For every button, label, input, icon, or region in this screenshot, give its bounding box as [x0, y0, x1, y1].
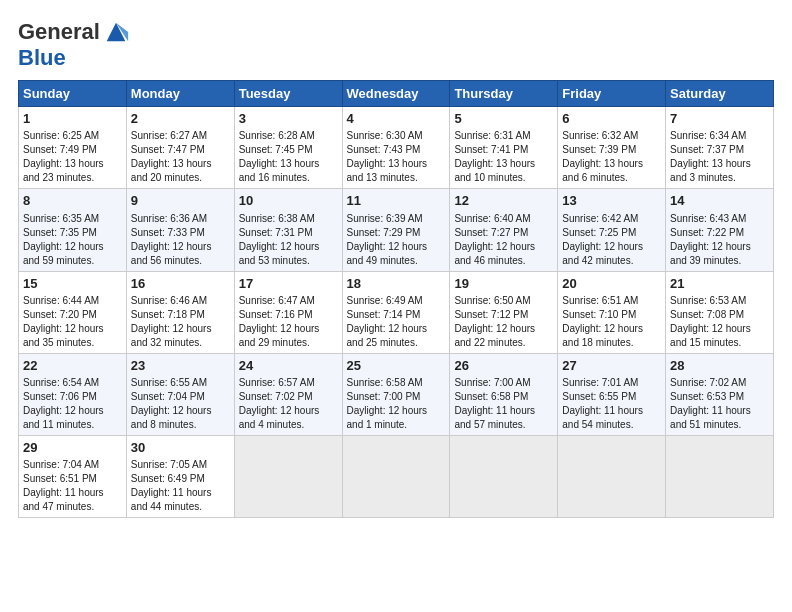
day-info-line: Sunset: 7:06 PM — [23, 390, 122, 404]
day-number: 2 — [131, 110, 230, 128]
day-number: 14 — [670, 192, 769, 210]
day-info-line: Sunset: 6:53 PM — [670, 390, 769, 404]
day-info-line: Sunrise: 6:47 AM — [239, 294, 338, 308]
day-info-line: Daylight: 12 hours — [239, 322, 338, 336]
day-info-line: Daylight: 11 hours — [454, 404, 553, 418]
calendar-cell: 14Sunrise: 6:43 AMSunset: 7:22 PMDayligh… — [666, 189, 774, 271]
calendar-header-row: SundayMondayTuesdayWednesdayThursdayFrid… — [19, 81, 774, 107]
calendar-cell: 7Sunrise: 6:34 AMSunset: 7:37 PMDaylight… — [666, 107, 774, 189]
calendar-week-row: 1Sunrise: 6:25 AMSunset: 7:49 PMDaylight… — [19, 107, 774, 189]
calendar-week-row: 8Sunrise: 6:35 AMSunset: 7:35 PMDaylight… — [19, 189, 774, 271]
day-number: 8 — [23, 192, 122, 210]
calendar-cell: 30Sunrise: 7:05 AMSunset: 6:49 PMDayligh… — [126, 435, 234, 517]
day-info-line: Sunset: 6:58 PM — [454, 390, 553, 404]
day-info-line: Sunset: 7:08 PM — [670, 308, 769, 322]
day-info-line: Sunset: 7:39 PM — [562, 143, 661, 157]
day-info-line: Sunrise: 6:49 AM — [347, 294, 446, 308]
day-info-line: Sunrise: 6:43 AM — [670, 212, 769, 226]
day-info-line: Sunrise: 6:30 AM — [347, 129, 446, 143]
day-info-line: Daylight: 12 hours — [239, 404, 338, 418]
calendar-cell: 5Sunrise: 6:31 AMSunset: 7:41 PMDaylight… — [450, 107, 558, 189]
day-number: 23 — [131, 357, 230, 375]
day-info-line: Sunrise: 7:04 AM — [23, 458, 122, 472]
day-info-line: Sunrise: 6:25 AM — [23, 129, 122, 143]
day-info-line: Sunrise: 6:46 AM — [131, 294, 230, 308]
day-info-line: Sunset: 7:49 PM — [23, 143, 122, 157]
header-area: General Blue — [18, 18, 774, 70]
calendar-cell: 22Sunrise: 6:54 AMSunset: 7:06 PMDayligh… — [19, 353, 127, 435]
day-number: 3 — [239, 110, 338, 128]
day-number: 16 — [131, 275, 230, 293]
calendar-cell — [450, 435, 558, 517]
day-info-line: Daylight: 12 hours — [131, 322, 230, 336]
day-info-line: Sunset: 7:45 PM — [239, 143, 338, 157]
day-info-line: and 35 minutes. — [23, 336, 122, 350]
day-info-line: Daylight: 12 hours — [23, 240, 122, 254]
day-number: 22 — [23, 357, 122, 375]
logo-blue-text: Blue — [18, 46, 130, 70]
day-info-line: Daylight: 12 hours — [562, 240, 661, 254]
day-info-line: Daylight: 12 hours — [670, 322, 769, 336]
calendar-cell: 27Sunrise: 7:01 AMSunset: 6:55 PMDayligh… — [558, 353, 666, 435]
day-info-line: and 4 minutes. — [239, 418, 338, 432]
day-info-line: Daylight: 13 hours — [454, 157, 553, 171]
day-number: 25 — [347, 357, 446, 375]
day-info-line: and 29 minutes. — [239, 336, 338, 350]
day-info-line: and 23 minutes. — [23, 171, 122, 185]
day-info-line: and 42 minutes. — [562, 254, 661, 268]
calendar-cell: 1Sunrise: 6:25 AMSunset: 7:49 PMDaylight… — [19, 107, 127, 189]
day-info-line: Daylight: 13 hours — [239, 157, 338, 171]
day-info-line: Sunset: 7:35 PM — [23, 226, 122, 240]
day-info-line: and 20 minutes. — [131, 171, 230, 185]
calendar-cell: 26Sunrise: 7:00 AMSunset: 6:58 PMDayligh… — [450, 353, 558, 435]
day-info-line: Sunset: 7:31 PM — [239, 226, 338, 240]
day-number: 24 — [239, 357, 338, 375]
day-info-line: Daylight: 12 hours — [347, 240, 446, 254]
day-number: 15 — [23, 275, 122, 293]
logo-text: General — [18, 20, 100, 44]
calendar-cell: 16Sunrise: 6:46 AMSunset: 7:18 PMDayligh… — [126, 271, 234, 353]
day-info-line: Sunrise: 6:27 AM — [131, 129, 230, 143]
day-info-line: Sunset: 7:37 PM — [670, 143, 769, 157]
calendar-cell: 29Sunrise: 7:04 AMSunset: 6:51 PMDayligh… — [19, 435, 127, 517]
day-info-line: Sunrise: 6:58 AM — [347, 376, 446, 390]
calendar-cell: 4Sunrise: 6:30 AMSunset: 7:43 PMDaylight… — [342, 107, 450, 189]
day-info-line: and 39 minutes. — [670, 254, 769, 268]
day-info-line: Sunset: 7:16 PM — [239, 308, 338, 322]
day-info-line: Daylight: 12 hours — [454, 240, 553, 254]
day-info-line: Daylight: 11 hours — [562, 404, 661, 418]
day-info-line: and 6 minutes. — [562, 171, 661, 185]
day-number: 4 — [347, 110, 446, 128]
day-number: 20 — [562, 275, 661, 293]
day-info-line: Daylight: 13 hours — [131, 157, 230, 171]
day-info-line: and 10 minutes. — [454, 171, 553, 185]
day-info-line: Sunrise: 6:35 AM — [23, 212, 122, 226]
day-info-line: Daylight: 12 hours — [23, 322, 122, 336]
calendar-week-row: 29Sunrise: 7:04 AMSunset: 6:51 PMDayligh… — [19, 435, 774, 517]
day-info-line: Sunset: 7:00 PM — [347, 390, 446, 404]
day-info-line: and 3 minutes. — [670, 171, 769, 185]
calendar-cell: 24Sunrise: 6:57 AMSunset: 7:02 PMDayligh… — [234, 353, 342, 435]
calendar-cell: 19Sunrise: 6:50 AMSunset: 7:12 PMDayligh… — [450, 271, 558, 353]
calendar-header-wednesday: Wednesday — [342, 81, 450, 107]
day-number: 19 — [454, 275, 553, 293]
page-container: General Blue SundayMondayTuesdayWednesda… — [0, 0, 792, 528]
day-info-line: and 44 minutes. — [131, 500, 230, 514]
calendar-header-sunday: Sunday — [19, 81, 127, 107]
day-info-line: Sunrise: 6:42 AM — [562, 212, 661, 226]
day-info-line: Sunset: 7:12 PM — [454, 308, 553, 322]
day-info-line: and 59 minutes. — [23, 254, 122, 268]
day-info-line: and 51 minutes. — [670, 418, 769, 432]
calendar-week-row: 22Sunrise: 6:54 AMSunset: 7:06 PMDayligh… — [19, 353, 774, 435]
day-number: 30 — [131, 439, 230, 457]
day-info-line: Sunrise: 6:32 AM — [562, 129, 661, 143]
day-number: 12 — [454, 192, 553, 210]
day-info-line: Sunset: 6:49 PM — [131, 472, 230, 486]
day-info-line: and 25 minutes. — [347, 336, 446, 350]
calendar-cell: 11Sunrise: 6:39 AMSunset: 7:29 PMDayligh… — [342, 189, 450, 271]
day-info-line: Sunset: 7:18 PM — [131, 308, 230, 322]
day-info-line: Sunrise: 6:55 AM — [131, 376, 230, 390]
day-number: 28 — [670, 357, 769, 375]
day-info-line: Sunrise: 6:44 AM — [23, 294, 122, 308]
logo: General Blue — [18, 18, 130, 70]
